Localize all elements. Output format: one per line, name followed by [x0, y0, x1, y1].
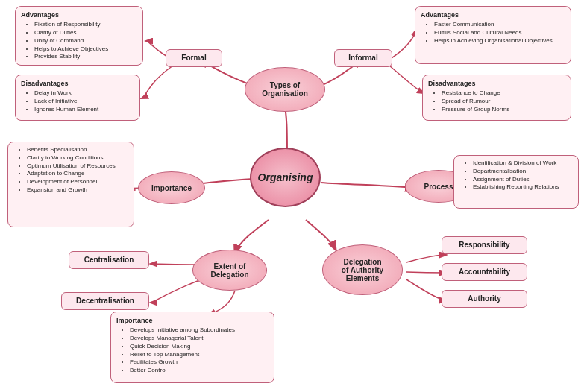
delegation-ellipse: Delegationof AuthorityElements [322, 244, 403, 295]
extent-ellipse: Extent ofDelegation [192, 250, 267, 291]
types-ellipse: Types ofOrganisation [245, 67, 325, 112]
centralisation-label: Centralisation [69, 251, 149, 269]
accountability-label: Accountability [442, 263, 527, 281]
importance-ellipse: Importance [138, 171, 205, 204]
responsibility-label: Responsibility [442, 236, 527, 254]
importance-content-box: Benefits Specialisation Clarity in Worki… [7, 142, 134, 227]
formal-label: Formal [166, 49, 222, 67]
formal-advantages-box: Advantages Fixation of Responsibility Cl… [15, 6, 143, 66]
process-content-box: Identification & Division of Work Depart… [453, 155, 579, 209]
informal-disadvantages-box: Disadvantages Resistance to Change Sprea… [422, 75, 571, 121]
decentralisation-label: Decentralisation [61, 292, 149, 310]
informal-advantages-box: Advantages Faster Communication Fulfills… [415, 6, 571, 64]
center-ellipse: Organising [250, 148, 321, 207]
delegation-importance-box: Importance Develops Initiative among Sub… [110, 312, 274, 383]
formal-disadvantages-box: Disadvantages Delay in Work Lack of Init… [15, 75, 140, 121]
informal-label: Informal [334, 49, 392, 67]
authority-label: Authority [442, 290, 527, 308]
